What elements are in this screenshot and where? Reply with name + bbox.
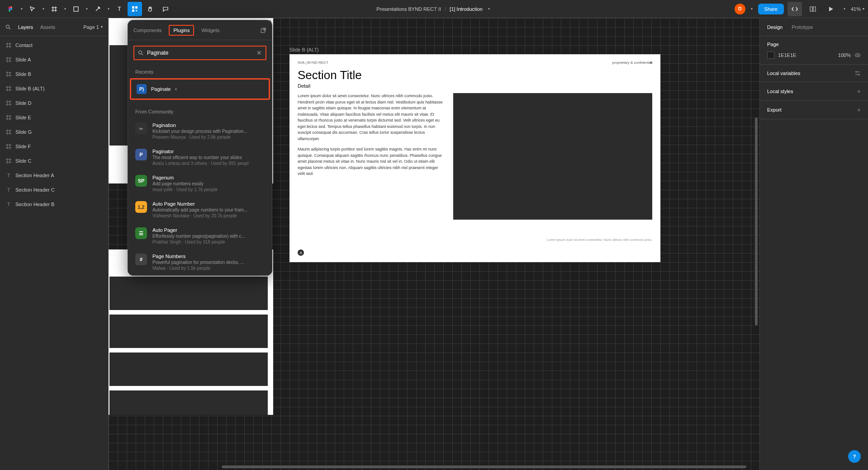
export-title: Export: [767, 107, 782, 113]
recent-plugin-item[interactable]: P) Paginate ▾: [130, 78, 270, 100]
layer-item[interactable]: Slide F: [0, 139, 108, 154]
plugin-icon: ☰: [135, 227, 147, 239]
community-plugin-item[interactable]: ☰Auto PagerEffortlessly number pages(pag…: [128, 223, 272, 249]
layer-item[interactable]: Contact: [0, 38, 108, 52]
tab-layers[interactable]: Layers: [18, 24, 33, 30]
chevron-down-icon[interactable]: ▾: [749, 7, 754, 11]
top-toolbar: ▾ ▾ ▾ ▾ ▾ T Presentations BYND RECT II /…: [0, 0, 868, 18]
avatar[interactable]: O: [735, 4, 745, 14]
breadcrumb-project[interactable]: Presentations BYND RECT II: [376, 6, 441, 12]
svg-point-59: [859, 74, 860, 75]
shape-tool-button[interactable]: [69, 2, 83, 16]
figma-menu-button[interactable]: [4, 2, 18, 16]
chevron-down-icon[interactable]: ▾: [41, 7, 46, 11]
plugin-icon: P): [137, 84, 147, 94]
chevron-down-icon[interactable]: ▾: [842, 7, 847, 11]
settings-icon[interactable]: [854, 70, 861, 76]
frame-label[interactable]: Slide B (ALT): [289, 47, 319, 52]
layer-item[interactable]: Slide B: [0, 67, 108, 81]
pen-tool-button[interactable]: [90, 2, 105, 16]
text-tool-button[interactable]: T: [112, 2, 127, 16]
clear-icon[interactable]: ✕: [256, 49, 262, 56]
chevron-down-icon[interactable]: ▾: [19, 7, 24, 11]
help-button[interactable]: ?: [848, 450, 861, 463]
community-header: From Community: [128, 105, 272, 118]
community-plugin-item[interactable]: ∞PaginationKickstart your design process…: [128, 118, 272, 144]
layer-item[interactable]: Slide A: [0, 52, 108, 67]
plugin-meta: Praveen Maurya · Used by 2.8k people: [152, 135, 265, 140]
layer-item[interactable]: Slide D: [0, 96, 108, 110]
share-button[interactable]: Share: [758, 4, 784, 14]
community-plugin-item[interactable]: SPPagenumAdd page numbers easilyresul çe…: [128, 170, 272, 197]
left-panel: Layers Assets Page 1▾ ContactSlide ASlid…: [0, 18, 109, 470]
tab-plugins[interactable]: Plugins: [169, 25, 194, 36]
frame-tool-button[interactable]: [47, 2, 62, 16]
svg-point-62: [139, 51, 142, 54]
layer-item[interactable]: Slide G: [0, 125, 108, 139]
search-field[interactable]: [147, 50, 253, 56]
plugin-title: Paginator: [152, 149, 265, 154]
library-button[interactable]: [806, 2, 820, 16]
svg-text:T: T: [7, 202, 10, 207]
svg-rect-1: [9, 8, 10, 10]
page-selector[interactable]: Page 1▾: [83, 24, 103, 30]
page-section-title: Page: [767, 42, 861, 47]
layer-name: Slide G: [15, 129, 32, 135]
plugin-meta: resul çelik · Used by 1.7k people: [152, 187, 265, 192]
resources-tool-button[interactable]: [128, 2, 142, 16]
search-icon[interactable]: [5, 24, 11, 30]
zoom-display[interactable]: 41%▾: [851, 6, 864, 12]
text-icon: T: [5, 172, 12, 179]
layer-item[interactable]: Slide C: [0, 154, 108, 168]
tab-assets[interactable]: Assets: [40, 24, 55, 30]
present-button[interactable]: [824, 2, 838, 16]
plus-icon[interactable]: +: [857, 106, 861, 113]
dev-mode-button[interactable]: [787, 2, 802, 16]
layer-name: Section Header A: [15, 173, 54, 178]
comment-tool-button[interactable]: [158, 2, 173, 16]
svg-point-57: [856, 71, 857, 73]
svg-rect-11: [132, 6, 134, 9]
tab-prototype[interactable]: Prototype: [792, 24, 813, 30]
layer-item[interactable]: TSection Header B: [0, 197, 108, 212]
eye-icon[interactable]: [854, 52, 861, 58]
plugin-description: Automatically add page numbers to your f…: [152, 207, 265, 212]
hand-tool-button[interactable]: [143, 2, 157, 16]
popout-icon[interactable]: [260, 27, 266, 33]
plugin-meta: Vishwesh Navtake · Used by 20.7k people: [152, 213, 265, 218]
plus-icon[interactable]: +: [857, 88, 861, 95]
layer-name: Slide B: [15, 71, 31, 77]
chevron-down-icon[interactable]: ▾: [175, 87, 177, 91]
layer-item[interactable]: TSection Header A: [0, 168, 108, 183]
svg-rect-4: [10, 8, 12, 10]
vertical-scrollbar[interactable]: [755, 118, 758, 325]
move-tool-button[interactable]: [25, 2, 40, 16]
chevron-down-icon[interactable]: ▾: [62, 7, 68, 11]
layer-item[interactable]: Slide E: [0, 110, 108, 125]
svg-rect-2: [9, 10, 10, 12]
svg-rect-9: [74, 7, 78, 11]
tab-widgets[interactable]: Widgets: [201, 26, 219, 35]
chevron-down-icon[interactable]: ▾: [486, 7, 492, 11]
tab-components[interactable]: Components: [133, 26, 161, 35]
page-color-hex[interactable]: 1E1E1E: [778, 52, 835, 58]
layer-item[interactable]: TSection Header C: [0, 183, 108, 197]
page-color-swatch[interactable]: [767, 52, 774, 59]
frame-icon: [5, 158, 12, 164]
breadcrumb-file[interactable]: [1] Introduction: [450, 6, 483, 12]
community-plugin-item[interactable]: #Page NumbersPowerful pagination for pre…: [128, 249, 272, 275]
chevron-down-icon[interactable]: ▾: [84, 7, 90, 11]
horizontal-scrollbar[interactable]: [222, 465, 746, 468]
frame-icon: [5, 129, 12, 135]
community-plugin-item[interactable]: PPaginatorThe most efficient way to numb…: [128, 144, 272, 170]
text-icon: T: [5, 187, 12, 193]
chevron-down-icon[interactable]: ▾: [106, 7, 111, 11]
slide-fine-print: Lorem ipsum dolor sit amet consectetur. …: [547, 238, 652, 241]
page-color-opacity[interactable]: 100%: [838, 52, 851, 58]
plugin-search-input[interactable]: ✕: [133, 46, 266, 60]
frame-slide-b-alt[interactable]: SVA | BYND RECT proprietary & confidenti…: [289, 54, 660, 262]
layer-item[interactable]: Slide B (ALT): [0, 81, 108, 96]
tab-design[interactable]: Design: [767, 24, 783, 30]
community-plugin-item[interactable]: 1,2Auto Page NumberAutomatically add pag…: [128, 197, 272, 223]
slide-header-left: SVA | BYND RECT: [298, 61, 328, 65]
